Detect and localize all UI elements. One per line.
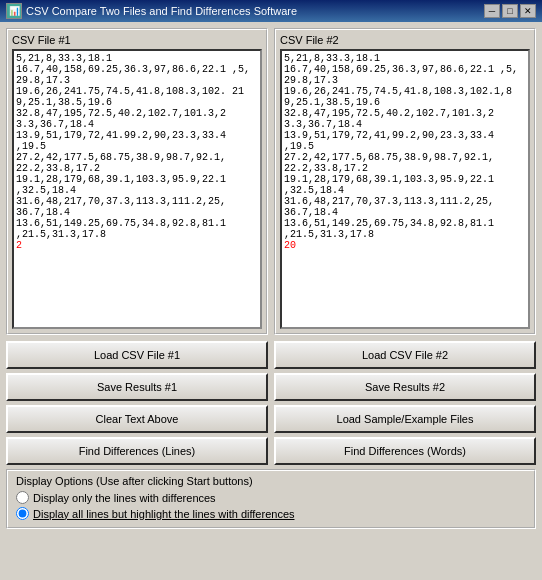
display-option-1[interactable]: Display only the lines with differences xyxy=(16,491,526,504)
close-button[interactable]: ✕ xyxy=(520,4,536,18)
csv-content-1[interactable]: 5,21,8,33.3,18.116.7,40,158,69.25,36.3,9… xyxy=(12,49,262,329)
save-results-2-button[interactable]: Save Results #2 xyxy=(274,373,536,401)
display-option-1-label: Display only the lines with differences xyxy=(33,492,216,504)
csv-panel-2-title: CSV File #2 xyxy=(280,34,530,46)
app-icon: 📊 xyxy=(6,3,22,19)
load-buttons-row: Load CSV File #1 Load CSV File #2 xyxy=(6,341,536,369)
main-window: CSV File #1 5,21,8,33.3,18.116.7,40,158,… xyxy=(0,22,542,580)
display-option-2-label: Display all lines but highlight the line… xyxy=(33,508,295,520)
display-option-2[interactable]: Display all lines but highlight the line… xyxy=(16,507,526,520)
find-diff-buttons-row: Find Differences (Lines) Find Difference… xyxy=(6,437,536,465)
display-option-1-radio[interactable] xyxy=(16,491,29,504)
maximize-button[interactable]: □ xyxy=(502,4,518,18)
csv-panel-1: CSV File #1 5,21,8,33.3,18.116.7,40,158,… xyxy=(6,28,268,335)
find-diff-lines-button[interactable]: Find Differences (Lines) xyxy=(6,437,268,465)
csv-content-2[interactable]: 5,21,8,33.3,18.116.7,40,158,69.25,36.3,9… xyxy=(280,49,530,329)
save-results-1-button[interactable]: Save Results #1 xyxy=(6,373,268,401)
find-diff-words-button[interactable]: Find Differences (Words) xyxy=(274,437,536,465)
title-bar: 📊 CSV Compare Two Files and Find Differe… xyxy=(0,0,542,22)
display-options-panel: Display Options (Use after clicking Star… xyxy=(6,469,536,529)
title-bar-buttons: ─ □ ✕ xyxy=(484,4,536,18)
display-options-title: Display Options (Use after clicking Star… xyxy=(16,475,526,487)
title-text: CSV Compare Two Files and Find Differenc… xyxy=(26,5,297,17)
clear-load-buttons-row: Clear Text Above Load Sample/Example Fil… xyxy=(6,405,536,433)
csv-panel-2: CSV File #2 5,21,8,33.3,18.116.7,40,158,… xyxy=(274,28,536,335)
load-csv-2-button[interactable]: Load CSV File #2 xyxy=(274,341,536,369)
load-csv-1-button[interactable]: Load CSV File #1 xyxy=(6,341,268,369)
save-buttons-row: Save Results #1 Save Results #2 xyxy=(6,373,536,401)
load-sample-button[interactable]: Load Sample/Example Files xyxy=(274,405,536,433)
csv-panel-1-title: CSV File #1 xyxy=(12,34,262,46)
display-option-2-radio[interactable] xyxy=(16,507,29,520)
file-panels: CSV File #1 5,21,8,33.3,18.116.7,40,158,… xyxy=(6,28,536,335)
minimize-button[interactable]: ─ xyxy=(484,4,500,18)
clear-text-button[interactable]: Clear Text Above xyxy=(6,405,268,433)
title-bar-left: 📊 CSV Compare Two Files and Find Differe… xyxy=(6,3,297,19)
